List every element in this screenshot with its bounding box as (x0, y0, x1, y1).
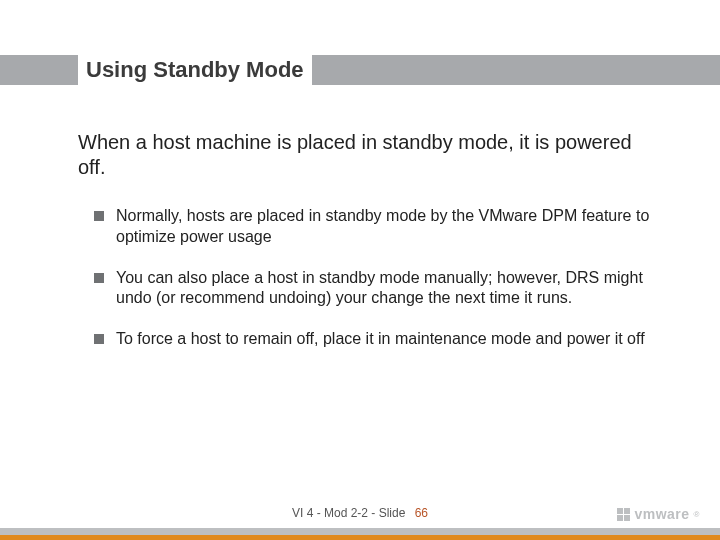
content-area: When a host machine is placed in standby… (78, 130, 658, 370)
list-item: Normally, hosts are placed in standby mo… (100, 206, 658, 248)
title-bar: Using Standby Mode (0, 55, 720, 85)
footer: VI 4 - Mod 2-2 - Slide 66 vmware ® (0, 498, 720, 540)
slide: Using Standby Mode When a host machine i… (0, 0, 720, 540)
lead-paragraph: When a host machine is placed in standby… (78, 130, 658, 180)
title-accent-left (0, 55, 78, 85)
brand-registered-icon: ® (694, 510, 700, 519)
title-accent-right (312, 55, 720, 85)
footer-module: VI 4 - Mod 2-2 - Slide (292, 506, 405, 520)
footer-page-number: 66 (415, 506, 428, 520)
brand-logo: vmware ® (617, 506, 700, 522)
footer-bar-orange (0, 535, 720, 540)
footer-text: VI 4 - Mod 2-2 - Slide 66 (0, 506, 720, 520)
slide-title: Using Standby Mode (78, 57, 312, 83)
brand-wordmark: vmware (634, 506, 689, 522)
brand-boxes-icon (617, 508, 630, 521)
footer-bars (0, 528, 720, 540)
footer-bar-grey (0, 528, 720, 535)
list-item: You can also place a host in standby mod… (100, 268, 658, 310)
list-item: To force a host to remain off, place it … (100, 329, 658, 350)
bullet-list: Normally, hosts are placed in standby mo… (78, 206, 658, 350)
